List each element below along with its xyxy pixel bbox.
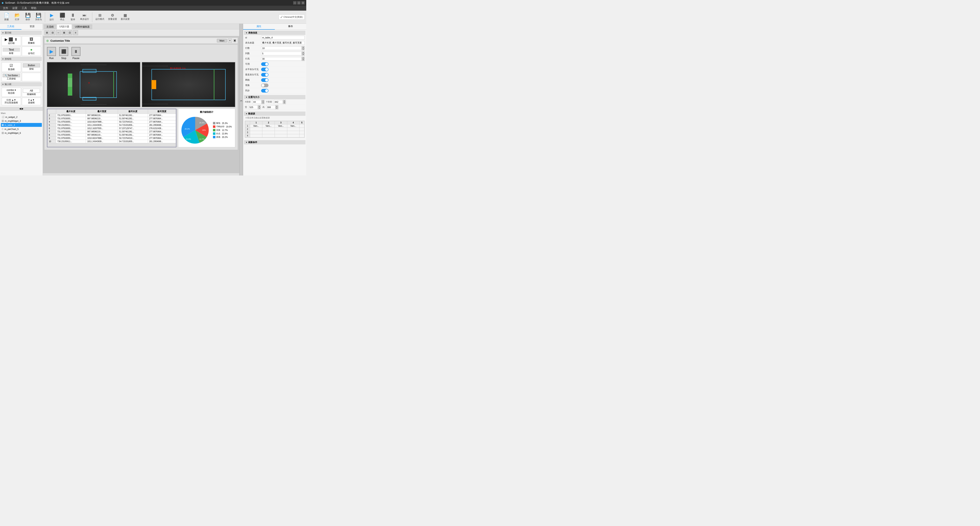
- tool-button-item[interactable]: 🔧 Tool Button 工具按钮: [2, 73, 21, 81]
- table-row[interactable]: 9731.97553055...1010.60247888...50.72376…: [48, 137, 176, 140]
- ds-cell-3-1[interactable]: [262, 134, 275, 137]
- pos-size-title[interactable]: 位置与大小: [244, 95, 305, 99]
- prop-input-x[interactable]: [252, 100, 261, 104]
- new-button[interactable]: 📄 新建: [2, 11, 11, 23]
- ds-row[interactable]: 3: [245, 131, 304, 134]
- cell-8-2[interactable]: 54.715331855...: [118, 140, 148, 143]
- cell-8-0[interactable]: 730.23105911...: [56, 140, 86, 143]
- run-button[interactable]: ▶ 运行: [47, 11, 57, 23]
- cell-2-0[interactable]: 731.97553055...: [56, 120, 86, 124]
- rowheight-spin-up[interactable]: ▲: [302, 57, 305, 59]
- cols-spin-down[interactable]: ▼: [302, 54, 305, 56]
- combo-item[interactable]: combo ▾ 组合框: [2, 88, 21, 97]
- cell-7-0[interactable]: 731.97553055...: [56, 137, 86, 140]
- cell-5-1[interactable]: 997.98596219...: [86, 130, 118, 133]
- minimize-button[interactable]: ─: [293, 1, 296, 5]
- save-button[interactable]: 💾 保存: [23, 11, 33, 23]
- x-spin-down[interactable]: ▼: [261, 102, 264, 104]
- cell-1-3[interactable]: 277.8876964...: [148, 117, 176, 120]
- table-row[interactable]: 7731.97553055...997.98596219...51.597461…: [48, 130, 176, 133]
- step-run-button[interactable]: ⏭ 单步运行: [79, 11, 91, 23]
- collapse-panel-button[interactable]: 《: [239, 24, 243, 175]
- maximize-button[interactable]: □: [297, 1, 301, 5]
- display-settings-button[interactable]: ▦ 显示设置: [119, 11, 131, 23]
- stop-button[interactable]: ⬛ 停止: [57, 11, 67, 23]
- cell-4-1[interactable]: 1012.16207555...: [86, 127, 118, 130]
- prop-input-id[interactable]: [261, 36, 305, 40]
- prop-input-rowheight[interactable]: [261, 57, 302, 61]
- add-page-button[interactable]: +: [228, 38, 232, 43]
- cell-0-2[interactable]: 51.597461381...: [118, 114, 148, 117]
- toggle-grid[interactable]: [261, 78, 269, 82]
- tab-toolbox[interactable]: 工具箱: [0, 24, 21, 30]
- tree-item-piechart5[interactable]: ◴ m_pieChart_5: [1, 127, 42, 131]
- bottom-scrollbar[interactable]: [43, 173, 239, 175]
- prop-input-y[interactable]: [274, 100, 283, 104]
- toggle-vheader[interactable]: [261, 73, 269, 77]
- cell-5-3[interactable]: 277.8876964...: [148, 130, 176, 133]
- ds-cell-3-4[interactable]: [299, 134, 304, 137]
- w-spin-down[interactable]: ▼: [258, 107, 261, 109]
- tab-properties[interactable]: 属性: [243, 24, 275, 30]
- input-section-title[interactable]: 输入框: [1, 82, 42, 86]
- prop-input-cols[interactable]: [261, 52, 302, 55]
- scroll-left[interactable]: ◀ ▶: [0, 107, 43, 110]
- cell-6-3[interactable]: 277.8876964...: [148, 133, 176, 137]
- cell-7-3[interactable]: 277.8876964...: [148, 137, 176, 140]
- canvas-scroll-right[interactable]: ▼: [234, 39, 236, 42]
- h-spin-up[interactable]: ▲: [275, 105, 278, 107]
- saveas-button[interactable]: 💾 另存为: [33, 11, 43, 23]
- float-spin-item[interactable]: 0.00 ▲▼ 浮点型选值框: [2, 98, 21, 105]
- toggle-hheader[interactable]: [261, 68, 269, 71]
- cell-3-3[interactable]: 281.2959698...: [148, 124, 176, 127]
- datasource-title[interactable]: 数据源: [244, 112, 305, 116]
- y-spin-down[interactable]: ▼: [283, 102, 286, 104]
- button-section-title[interactable]: 按钮组: [1, 57, 42, 61]
- cell-0-1[interactable]: 997.98596219...: [86, 114, 118, 117]
- ds-cell-1-2[interactable]: [275, 128, 287, 131]
- ds-cell-1-1[interactable]: [262, 128, 275, 131]
- w-spin-up[interactable]: ▲: [258, 105, 261, 107]
- table-row[interactable]: 3731.97553055...997.98596219...51.597461…: [48, 117, 176, 120]
- canvas-run-button[interactable]: ▶ Run: [47, 47, 56, 60]
- cell-4-2[interactable]: 57.237129747...: [118, 127, 148, 130]
- toggle-enabled[interactable]: [261, 62, 269, 66]
- ds-cell-3-2[interactable]: [275, 134, 287, 137]
- table-row[interactable]: 6731.97553055...1012.16207555...57.23712…: [48, 127, 176, 130]
- ds-cell-2-3[interactable]: [287, 131, 299, 134]
- tab-ui-script[interactable]: UI脚本编辑器: [72, 24, 92, 29]
- toggle-sync[interactable]: [261, 89, 269, 92]
- ds-cell-0-1[interactable]: Vars...: [262, 124, 275, 128]
- tab-resources[interactable]: 资源: [21, 24, 43, 30]
- ds-cell-2-4[interactable]: [299, 131, 304, 134]
- ds-cell-3-0[interactable]: [250, 134, 262, 137]
- cell-4-0[interactable]: 731.97553055...: [56, 127, 86, 130]
- datasource-table-container[interactable]: 1 2 3 4 5 1Vars...Vars...Vars...Vars...2…: [245, 121, 305, 138]
- table-row[interactable]: 4731.97553055...1010.60247888...50.72376…: [48, 120, 176, 124]
- ds-cell-0-3[interactable]: Vars...: [287, 124, 299, 128]
- cell-5-0[interactable]: 731.97553055...: [56, 130, 86, 133]
- tree-item-imgwidget3[interactable]: 🖼 m_imgWidget_3: [1, 119, 42, 123]
- var-settings-button[interactable]: ⚙ 变量设置: [107, 11, 118, 23]
- cell-1-2[interactable]: 51.597461381...: [118, 117, 148, 120]
- prop-input-w[interactable]: [249, 105, 258, 109]
- h-spin-down[interactable]: ▼: [275, 107, 278, 109]
- close-button[interactable]: ✕: [301, 1, 305, 5]
- cell-5-2[interactable]: 51.597461381...: [118, 130, 148, 133]
- cell-2-3[interactable]: 277.8876964...: [148, 120, 176, 124]
- table-info-title[interactable]: 表格信息: [244, 31, 305, 35]
- tree-item-table4[interactable]: ▦ m_table_4: [1, 123, 42, 127]
- prop-input-h[interactable]: [266, 105, 275, 109]
- canvas-pause-button[interactable]: ⏸ Pause: [72, 47, 80, 60]
- ds-cell-1-0[interactable]: [250, 128, 262, 131]
- menu-file[interactable]: 文件: [1, 6, 10, 11]
- ds-row[interactable]: 1Vars...Vars...Vars...Vars...: [245, 124, 304, 128]
- tab-main-flow[interactable]: 主流程: [44, 24, 56, 29]
- cell-6-2[interactable]: 51.597461381...: [118, 133, 148, 137]
- ds-cell-0-4[interactable]: [299, 124, 304, 128]
- tab-ui-designer[interactable]: UI设计器: [57, 24, 72, 29]
- language-selector[interactable]: 🖊 Chinese|中文(简体): [279, 14, 305, 20]
- cell-1-0[interactable]: 731.97553055...: [56, 117, 86, 120]
- cell-7-2[interactable]: 50.723764310...: [118, 137, 148, 140]
- open-button[interactable]: 📂 打开: [12, 11, 22, 23]
